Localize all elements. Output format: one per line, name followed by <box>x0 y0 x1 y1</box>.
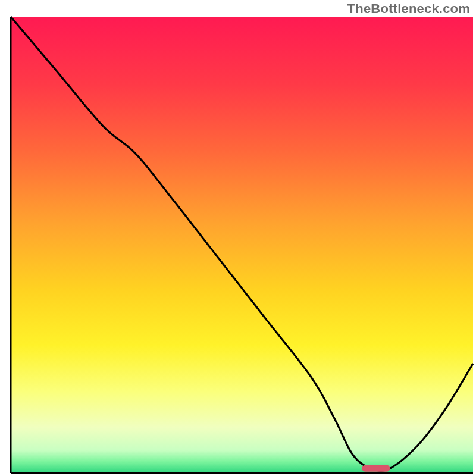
bottleneck-chart <box>0 0 476 476</box>
plot-background <box>11 17 473 473</box>
optimal-range-marker <box>362 465 390 472</box>
watermark-text: TheBottleneck.com <box>347 1 470 17</box>
